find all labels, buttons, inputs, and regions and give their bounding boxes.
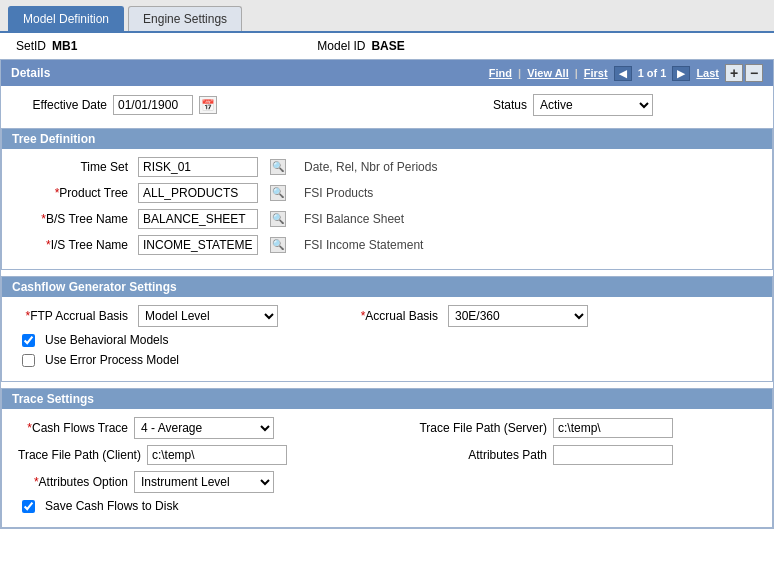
product-tree-input[interactable]: [138, 183, 258, 203]
bs-tree-label: *B/S Tree Name: [18, 212, 128, 226]
cashflow-section: Cashflow Generator Settings *FTP Accrual…: [1, 276, 773, 382]
details-actions: Find | View All | First ◀ 1 of 1 ▶ Last …: [489, 64, 763, 82]
bs-tree-row: *B/S Tree Name 🔍 FSI Balance Sheet: [18, 209, 756, 229]
modelid-value: BASE: [371, 39, 404, 53]
is-tree-lookup-icon[interactable]: 🔍: [270, 237, 286, 253]
header-row: SetID MB1 Model ID BASE: [0, 33, 774, 59]
last-link[interactable]: Last: [696, 67, 719, 79]
save-cash-flows-row: Save Cash Flows to Disk: [18, 499, 756, 513]
trace-title: Trace Settings: [12, 392, 94, 406]
cashflow-header: Cashflow Generator Settings: [2, 277, 772, 297]
accrual-label: *Accrual Basis: [348, 309, 438, 323]
use-behavioral-checkbox[interactable]: [22, 334, 35, 347]
cashflow-title: Cashflow Generator Settings: [12, 280, 177, 294]
attributes-path-label: Attributes Path: [397, 448, 547, 462]
tree-definition-title: Tree Definition: [12, 132, 95, 146]
save-cash-flows-label: Save Cash Flows to Disk: [45, 499, 178, 513]
bs-tree-input[interactable]: [138, 209, 258, 229]
product-tree-desc: FSI Products: [304, 186, 373, 200]
find-link[interactable]: Find: [489, 67, 512, 79]
attributes-option-label: *Attributes Option: [18, 475, 128, 489]
details-header: Details Find | View All | First ◀ 1 of 1…: [1, 60, 773, 86]
view-all-link[interactable]: View All: [527, 67, 569, 79]
bs-tree-lookup-icon[interactable]: 🔍: [270, 211, 286, 227]
trace-row3: *Attributes Option Instrument Level Acco…: [18, 471, 756, 493]
use-error-label: Use Error Process Model: [45, 353, 179, 367]
status-select[interactable]: Active Inactive: [533, 94, 653, 116]
trace-grid: *Cash Flows Trace 4 - Average 1 - None 2…: [2, 409, 772, 527]
trace-server-label: Trace File Path (Server): [397, 421, 547, 435]
calendar-icon[interactable]: 📅: [199, 96, 217, 114]
ftp-select[interactable]: Model Level Instrument Level: [138, 305, 278, 327]
time-set-label: Time Set: [18, 160, 128, 174]
time-set-lookup-icon[interactable]: 🔍: [270, 159, 286, 175]
save-cash-flows-checkbox[interactable]: [22, 500, 35, 513]
tree-definition-grid: Time Set 🔍 Date, Rel, Nbr of Periods *Pr…: [2, 149, 772, 269]
trace-row1: *Cash Flows Trace 4 - Average 1 - None 2…: [18, 417, 756, 439]
status-label: Status: [437, 98, 527, 112]
tree-definition-section: Tree Definition Time Set 🔍 Date, Rel, Nb…: [1, 128, 773, 270]
time-set-row: Time Set 🔍 Date, Rel, Nbr of Periods: [18, 157, 756, 177]
is-tree-input[interactable]: [138, 235, 258, 255]
trace-section: Trace Settings *Cash Flows Trace 4 - Ave…: [1, 388, 773, 528]
setid-value: MB1: [52, 39, 77, 53]
add-row-button[interactable]: +: [725, 64, 743, 82]
use-error-checkbox[interactable]: [22, 354, 35, 367]
details-row: Effective Date 📅 Status Active Inactive: [1, 86, 773, 124]
modelid-field: Model ID BASE: [317, 39, 404, 53]
bs-tree-desc: FSI Balance Sheet: [304, 212, 404, 226]
time-set-desc: Date, Rel, Nbr of Periods: [304, 160, 437, 174]
next-nav-btn[interactable]: ▶: [672, 66, 690, 81]
effective-date-label: Effective Date: [17, 98, 107, 112]
product-tree-row: *Product Tree 🔍 FSI Products: [18, 183, 756, 203]
trace-client-input[interactable]: [147, 445, 287, 465]
page-info: 1 of 1: [638, 67, 667, 79]
cash-flows-label: *Cash Flows Trace: [18, 421, 128, 435]
tree-definition-header: Tree Definition: [2, 129, 772, 149]
time-set-input[interactable]: [138, 157, 258, 177]
effective-date-group: Effective Date 📅: [17, 95, 217, 115]
cash-flows-select[interactable]: 4 - Average 1 - None 2 - Summary 3 - Det…: [134, 417, 274, 439]
modelid-label: Model ID: [317, 39, 365, 53]
is-tree-row: *I/S Tree Name 🔍 FSI Income Statement: [18, 235, 756, 255]
trace-server-input[interactable]: [553, 418, 673, 438]
effective-date-input[interactable]: [113, 95, 193, 115]
tab-model-definition[interactable]: Model Definition: [8, 6, 124, 31]
tab-engine-settings[interactable]: Engine Settings: [128, 6, 242, 31]
attributes-path-input[interactable]: [553, 445, 673, 465]
ftp-label: *FTP Accrual Basis: [18, 309, 128, 323]
prev-nav-btn[interactable]: ◀: [614, 66, 632, 81]
trace-row2: Trace File Path (Client) Attributes Path: [18, 445, 756, 465]
first-link[interactable]: First: [584, 67, 608, 79]
use-behavioral-label: Use Behavioral Models: [45, 333, 168, 347]
cashflow-grid: *FTP Accrual Basis Model Level Instrumen…: [2, 297, 772, 381]
attributes-option-select[interactable]: Instrument Level Account Level: [134, 471, 274, 493]
page: Model Definition Engine Settings SetID M…: [0, 0, 774, 572]
remove-row-button[interactable]: −: [745, 64, 763, 82]
use-behavioral-row: Use Behavioral Models: [18, 333, 756, 347]
is-tree-label: *I/S Tree Name: [18, 238, 128, 252]
status-group: Status Active Inactive: [437, 94, 653, 116]
details-section: Details Find | View All | First ◀ 1 of 1…: [0, 59, 774, 529]
trace-header: Trace Settings: [2, 389, 772, 409]
trace-client-label: Trace File Path (Client): [18, 448, 141, 462]
pm-buttons: + −: [725, 64, 763, 82]
use-error-row: Use Error Process Model: [18, 353, 756, 367]
cashflow-top-row: *FTP Accrual Basis Model Level Instrumen…: [18, 305, 756, 327]
setid-field: SetID MB1: [16, 39, 77, 53]
product-tree-label: *Product Tree: [18, 186, 128, 200]
is-tree-desc: FSI Income Statement: [304, 238, 423, 252]
setid-label: SetID: [16, 39, 46, 53]
product-tree-lookup-icon[interactable]: 🔍: [270, 185, 286, 201]
accrual-select[interactable]: 30E/360 ACT/360 ACT/365: [448, 305, 588, 327]
details-title: Details: [11, 66, 50, 80]
tab-bar: Model Definition Engine Settings: [0, 0, 774, 33]
